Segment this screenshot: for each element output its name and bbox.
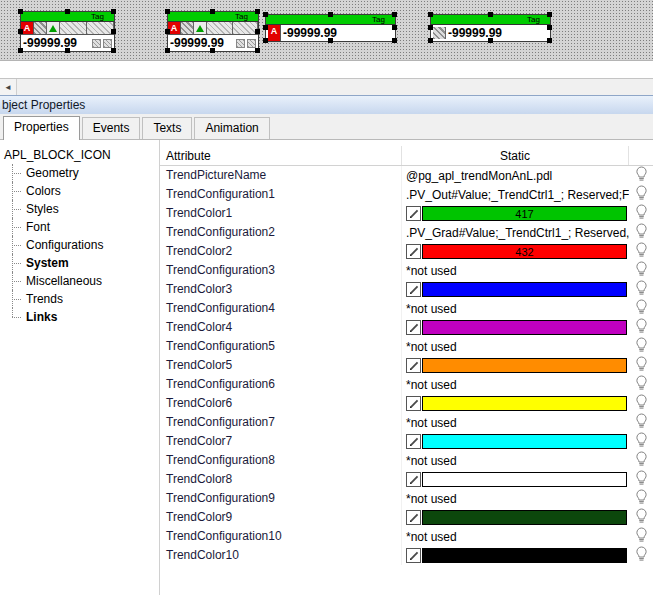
tab-texts[interactable]: Texts [142, 117, 192, 139]
attribute-static-cell[interactable]: *not used [402, 413, 629, 432]
attribute-static-cell[interactable] [402, 470, 629, 489]
lightbulb-icon[interactable] [635, 394, 648, 413]
selection-handle[interactable] [547, 25, 552, 30]
selection-handle[interactable] [428, 25, 433, 30]
selection-handle[interactable] [65, 9, 70, 14]
lightbulb-icon[interactable] [635, 546, 648, 565]
selection-handle[interactable] [111, 9, 116, 14]
tree-item-trends[interactable]: Trends [4, 290, 159, 308]
column-header-static[interactable]: Static [402, 146, 629, 165]
tree-item-miscellaneous[interactable]: Miscellaneous [4, 272, 159, 290]
lightbulb-icon[interactable] [635, 280, 648, 299]
attribute-static-cell[interactable] [402, 356, 629, 375]
selection-handle[interactable] [488, 38, 493, 43]
color-picker-icon[interactable] [406, 396, 421, 411]
attribute-name[interactable]: TrendColor10 [160, 546, 402, 565]
lightbulb-icon[interactable] [635, 356, 648, 375]
tree-item-styles[interactable]: Styles [4, 200, 159, 218]
attribute-static-cell[interactable]: 432 [402, 242, 629, 261]
selection-handle[interactable] [165, 48, 170, 53]
color-picker-icon[interactable] [406, 282, 421, 297]
attribute-name[interactable]: TrendConfiguration5 [160, 337, 402, 356]
attribute-name[interactable]: TrendConfiguration2 [160, 223, 402, 242]
lightbulb-icon[interactable] [635, 470, 648, 489]
tab-events[interactable]: Events [82, 117, 141, 139]
tree-root-apl-block-icon[interactable]: APL_BLOCK_ICON [4, 146, 159, 164]
apl-block-icon-widget[interactable]: Tag-99999.99 [430, 14, 551, 42]
attribute-name[interactable]: TrendColor3 [160, 280, 402, 299]
lightbulb-icon[interactable] [635, 261, 648, 280]
color-swatch[interactable] [422, 282, 627, 297]
color-picker-icon[interactable] [406, 206, 421, 221]
attribute-name[interactable]: TrendColor6 [160, 394, 402, 413]
color-picker-icon[interactable] [406, 358, 421, 373]
selection-handle[interactable] [263, 25, 268, 30]
color-swatch[interactable] [422, 396, 627, 411]
selection-handle[interactable] [488, 12, 493, 17]
tab-properties[interactable]: Properties [3, 116, 80, 140]
lightbulb-icon[interactable] [635, 185, 648, 204]
lightbulb-icon[interactable] [635, 413, 648, 432]
attribute-static-cell[interactable]: *not used [402, 375, 629, 394]
selection-handle[interactable] [65, 48, 70, 53]
selection-handle[interactable] [328, 38, 333, 43]
selection-handle[interactable] [165, 29, 170, 34]
color-picker-icon[interactable] [406, 244, 421, 259]
selection-handle[interactable] [263, 12, 268, 17]
attribute-name[interactable]: TrendColor9 [160, 508, 402, 527]
attribute-name[interactable]: TrendColor7 [160, 432, 402, 451]
attribute-static-cell[interactable]: .PV_Out#Value;_TrendCtrl1_; Reserved;F [402, 185, 629, 204]
color-picker-icon[interactable] [406, 320, 421, 335]
attribute-name[interactable]: TrendConfiguration7 [160, 413, 402, 432]
selection-handle[interactable] [392, 38, 397, 43]
color-picker-icon[interactable] [406, 548, 421, 563]
color-swatch[interactable] [422, 320, 627, 335]
attribute-static-cell[interactable] [402, 508, 629, 527]
attribute-static-cell[interactable] [402, 432, 629, 451]
attribute-name[interactable]: TrendConfiguration4 [160, 299, 402, 318]
lightbulb-icon[interactable] [635, 375, 648, 394]
attribute-static-cell[interactable]: 417 [402, 204, 629, 223]
lightbulb-icon[interactable] [635, 508, 648, 527]
canvas-horizontal-scrollbar[interactable]: ◄ [0, 78, 653, 95]
color-swatch[interactable] [422, 472, 627, 487]
attribute-name[interactable]: TrendColor5 [160, 356, 402, 375]
selection-handle[interactable] [210, 9, 215, 14]
attribute-static-cell[interactable]: *not used [402, 299, 629, 318]
tree-item-geometry[interactable]: Geometry [4, 164, 159, 182]
selection-handle[interactable] [111, 29, 116, 34]
color-swatch[interactable] [422, 510, 627, 525]
apl-block-icon-widget[interactable]: TagA-99999.99 [265, 14, 396, 42]
color-swatch[interactable] [422, 434, 627, 449]
design-canvas[interactable]: TagA-99999.99TagA-99999.99TagA-99999.99T… [0, 0, 653, 60]
attribute-static-cell[interactable] [402, 280, 629, 299]
attribute-name[interactable]: TrendConfiguration3 [160, 261, 402, 280]
selection-handle[interactable] [547, 12, 552, 17]
attribute-static-cell[interactable] [402, 318, 629, 337]
scroll-left-button[interactable]: ◄ [0, 79, 17, 95]
color-picker-icon[interactable] [406, 434, 421, 449]
attribute-name[interactable]: TrendConfiguration8 [160, 451, 402, 470]
selection-handle[interactable] [18, 29, 23, 34]
attribute-static-cell[interactable]: *not used [402, 337, 629, 356]
attribute-static-cell[interactable]: @pg_apl_trendMonAnL.pdl [402, 166, 629, 185]
selection-handle[interactable] [18, 9, 23, 14]
attribute-static-cell[interactable]: *not used [402, 261, 629, 280]
tree-item-colors[interactable]: Colors [4, 182, 159, 200]
attribute-name[interactable]: TrendConfiguration10 [160, 527, 402, 546]
selection-handle[interactable] [547, 38, 552, 43]
selection-handle[interactable] [392, 12, 397, 17]
column-header-attribute[interactable]: Attribute [160, 146, 402, 165]
attribute-name[interactable]: TrendColor4 [160, 318, 402, 337]
attribute-name[interactable]: TrendColor1 [160, 204, 402, 223]
apl-block-icon-widget[interactable]: TagA-99999.99 [167, 11, 259, 52]
selection-handle[interactable] [111, 48, 116, 53]
lightbulb-icon[interactable] [635, 432, 648, 451]
lightbulb-icon[interactable] [635, 223, 648, 242]
color-swatch[interactable] [422, 548, 627, 563]
selection-handle[interactable] [328, 12, 333, 17]
tree-item-system[interactable]: System [4, 254, 159, 272]
selection-handle[interactable] [263, 38, 268, 43]
attribute-static-cell[interactable] [402, 546, 629, 565]
selection-handle[interactable] [18, 48, 23, 53]
